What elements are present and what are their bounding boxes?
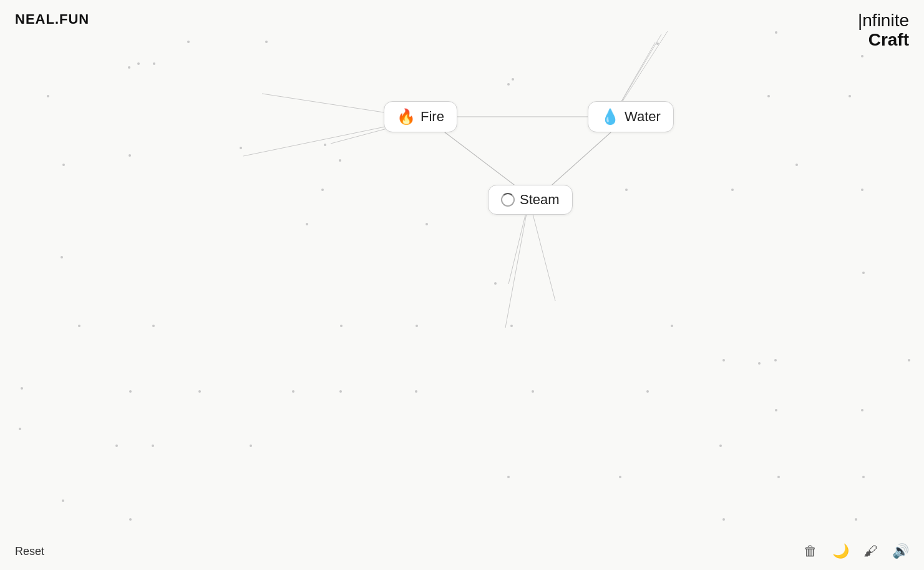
background-dot bbox=[494, 282, 497, 285]
water-label: Water bbox=[625, 109, 661, 125]
background-dot bbox=[324, 144, 326, 146]
background-dot bbox=[775, 409, 777, 411]
background-dot bbox=[510, 325, 513, 327]
background-dot bbox=[908, 359, 910, 361]
background-dot bbox=[240, 147, 242, 149]
background-dot bbox=[861, 409, 863, 411]
background-dot bbox=[47, 95, 49, 97]
background-dot bbox=[340, 325, 343, 327]
background-dot bbox=[507, 83, 510, 86]
background-dot bbox=[78, 325, 80, 327]
background-dot bbox=[198, 390, 201, 393]
background-dot bbox=[758, 362, 761, 365]
steam-spinner-icon bbox=[501, 193, 515, 207]
element-card-steam[interactable]: Steam bbox=[488, 185, 573, 215]
brush-icon[interactable]: 🖌 bbox=[862, 543, 879, 560]
background-dot bbox=[862, 476, 865, 478]
background-dot bbox=[719, 445, 722, 447]
background-dot bbox=[250, 445, 252, 447]
background-dot bbox=[777, 476, 780, 478]
footer-icons: 🗑 🌙 🖌 🔊 bbox=[802, 543, 909, 560]
background-dot bbox=[61, 256, 63, 258]
background-dot bbox=[722, 359, 725, 361]
background-dot bbox=[426, 223, 428, 225]
infinite-craft-title: |nfinite Craft bbox=[858, 11, 909, 50]
background-dot bbox=[129, 518, 132, 521]
background-dot bbox=[507, 476, 510, 478]
connections-svg bbox=[0, 0, 924, 570]
background-dot bbox=[861, 189, 863, 191]
steam-label: Steam bbox=[520, 192, 560, 208]
background-dot bbox=[416, 325, 418, 327]
background-dot bbox=[619, 476, 621, 478]
element-card-fire[interactable]: 🔥Fire bbox=[384, 101, 457, 132]
background-dot bbox=[855, 518, 857, 521]
title-infinite: |nfinite bbox=[858, 11, 909, 31]
background-dot bbox=[292, 390, 294, 393]
background-dot bbox=[306, 223, 308, 225]
background-dot bbox=[128, 66, 130, 69]
background-dot bbox=[19, 428, 21, 430]
trash-icon[interactable]: 🗑 bbox=[802, 543, 819, 560]
background-dot bbox=[62, 164, 65, 166]
background-dot bbox=[415, 390, 417, 393]
background-dot bbox=[339, 390, 342, 393]
background-dot bbox=[532, 390, 534, 393]
reset-button[interactable]: Reset bbox=[15, 545, 44, 558]
fire-emoji: 🔥 bbox=[397, 108, 416, 125]
background-dot bbox=[129, 390, 132, 393]
background-dot bbox=[722, 518, 725, 521]
element-card-water[interactable]: 💧Water bbox=[588, 101, 674, 132]
background-dot bbox=[153, 62, 155, 65]
background-dot bbox=[625, 189, 628, 191]
background-dot bbox=[731, 189, 734, 191]
dark-mode-icon[interactable]: 🌙 bbox=[832, 543, 849, 560]
background-dot bbox=[321, 189, 324, 191]
background-dot bbox=[774, 359, 777, 361]
background-dot bbox=[152, 325, 155, 327]
fire-label: Fire bbox=[421, 109, 444, 125]
background-dot bbox=[795, 164, 798, 166]
volume-icon[interactable]: 🔊 bbox=[892, 543, 909, 560]
background-dot bbox=[62, 499, 64, 502]
background-dot bbox=[849, 95, 851, 97]
svg-line-4 bbox=[529, 200, 555, 301]
background-dot bbox=[767, 95, 770, 97]
background-dot bbox=[339, 159, 341, 162]
background-dot bbox=[671, 325, 673, 327]
background-dot bbox=[115, 445, 118, 447]
footer: Reset 🗑 🌙 🖌 🔊 bbox=[0, 533, 924, 570]
background-dot bbox=[646, 390, 649, 393]
svg-line-5 bbox=[505, 200, 529, 328]
title-craft: Craft bbox=[858, 31, 909, 50]
neal-logo[interactable]: NEAL.FUN bbox=[15, 11, 89, 27]
background-dot bbox=[21, 387, 23, 390]
background-dot bbox=[862, 272, 865, 274]
background-dot bbox=[152, 445, 154, 447]
header: NEAL.FUN |nfinite Craft bbox=[0, 0, 924, 61]
water-emoji: 💧 bbox=[601, 108, 620, 125]
background-dot bbox=[137, 62, 140, 65]
background-dot bbox=[129, 154, 131, 157]
background-dot bbox=[512, 78, 514, 81]
